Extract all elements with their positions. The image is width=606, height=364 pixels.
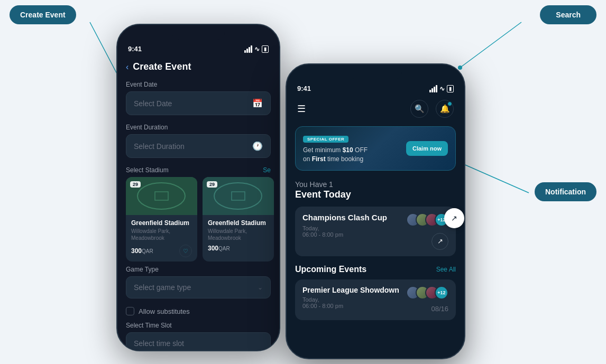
time-slot-label: Select Time Slot [126, 322, 271, 329]
signal-icon [244, 45, 252, 53]
event-time-range: 06:00 - 8:00 pm [302, 231, 343, 238]
upcoming-time-label: Today, [302, 296, 319, 303]
upcoming-title: Upcoming Events [295, 265, 366, 274]
avatar-stack [406, 213, 439, 227]
event-card-champions[interactable]: Champions Clash Cup Today, 06:00 - 8:00 … [295, 207, 456, 256]
avatars-group: +12 [406, 213, 448, 227]
events-header: You Have 1 Event Today [287, 174, 464, 203]
phone-create-event: 9:41 ∿ ▮ ‹ Create Event Event Date Selec… [116, 24, 280, 351]
allow-substitutes-row: Allow substitutes [117, 303, 279, 320]
upcoming-right: +12 08/16 [406, 286, 448, 314]
status-bar-back: 9:41 ∿ ▮ [117, 40, 279, 55]
status-icons-front: ∿ ▮ [429, 85, 454, 92]
event-date-label: Event Date [126, 81, 271, 88]
phone-notch-front [349, 68, 402, 79]
event-duration-placeholder: Select Duration [134, 142, 185, 151]
wifi-icon: ∿ [254, 45, 260, 53]
event-date-section: Event Date Select Date 📅 [117, 77, 279, 119]
offer-text: Get minimum $10 OFF on First time bookin… [303, 146, 368, 164]
stadium-name-2: Greenfield Stadium [208, 219, 269, 227]
see-all-link-back[interactable]: Se [263, 166, 271, 174]
see-all-button[interactable]: See All [436, 266, 456, 273]
time-slot-section: Select Time Slot Select time slot [117, 320, 279, 351]
create-event-title: Create Event [133, 61, 191, 72]
game-type-select[interactable]: Select game type ⌄ [126, 276, 271, 298]
stadiums-row: 29 Greenfield Stadium Willowdale Park,Me… [117, 177, 279, 262]
allow-substitutes-label: Allow substitutes [139, 307, 190, 315]
stadium-name-1: Greenfield Stadium [131, 219, 192, 227]
upcoming-count-number: 08 [431, 305, 438, 313]
events-title: Event Today [295, 189, 456, 200]
phone-notch [172, 28, 225, 40]
clock-icon: 🕐 [252, 141, 263, 151]
notification-label: Notification [535, 182, 596, 201]
header-icons: 🔍 🔔 [410, 100, 454, 118]
upcoming-count-total: /16 [439, 305, 448, 313]
event-name: Champions Clash Cup [302, 213, 387, 222]
stadium-info-2: Greenfield Stadium Willowdale Park,Meado… [203, 215, 274, 256]
create-event-header: ‹ Create Event [117, 55, 279, 77]
svg-line-2 [460, 22, 521, 68]
event-arrow-button[interactable]: ↗ [431, 233, 448, 250]
upcoming-count: 08/16 [431, 303, 448, 314]
stadium-image-2: 29 [203, 177, 274, 215]
stadium-info-1: Greenfield Stadium Willowdale Park,Meado… [126, 215, 197, 262]
events-count-text: You Have 1 [295, 180, 456, 189]
event-duration-section: Event Duration Select Duration 🕐 [117, 119, 279, 162]
back-chevron-icon[interactable]: ‹ [126, 62, 128, 72]
select-stadium-header: Select Stadium Se [117, 162, 279, 177]
special-offer-banner: SPECIAL OFFER Get minimum $10 OFF on Fir… [295, 126, 456, 171]
search-label[interactable]: Search [540, 5, 596, 24]
chevron-down-icon: ⌄ [258, 284, 263, 291]
upcoming-info: Premier League Showdown Today, 06:00 - 8… [302, 286, 399, 309]
svg-point-3 [458, 66, 462, 70]
stadium-image-1: 29 [126, 177, 197, 215]
status-bar-front: 9:41 ∿ ▮ [287, 79, 464, 95]
game-type-label: Game Type [126, 266, 271, 273]
event-right: +12 ↗ [406, 213, 448, 250]
upcoming-card-premier[interactable]: Premier League Showdown Today, 06:00 - 8… [295, 279, 456, 320]
wifi-icon-front: ∿ [439, 85, 445, 92]
hamburger-icon[interactable]: ☰ [297, 103, 306, 115]
time-slot-input[interactable]: Select time slot [126, 332, 271, 351]
battery-icon-front: ▮ [447, 85, 454, 92]
event-duration-input[interactable]: Select Duration 🕐 [126, 134, 271, 158]
upcoming-time: Today, 06:00 - 8:00 pm [302, 296, 399, 309]
stadium-location-2: Willowdale Park,Meadowbrook [208, 228, 269, 241]
event-time-label: Today, [302, 225, 319, 231]
upcoming-name: Premier League Showdown [302, 286, 399, 294]
event-date-input[interactable]: Select Date 📅 [126, 91, 271, 115]
event-duration-label: Event Duration [126, 124, 271, 131]
game-type-placeholder: Select game type [134, 283, 191, 292]
signal-icon-front [429, 85, 437, 92]
claim-now-button[interactable]: Claim now [406, 141, 448, 156]
favorite-button-1[interactable]: ♡ [179, 245, 192, 257]
notification-button[interactable]: 🔔 [436, 100, 454, 118]
stadium-card-1[interactable]: 29 Greenfield Stadium Willowdale Park,Me… [126, 177, 197, 262]
status-time-front: 9:41 [297, 85, 311, 92]
player-number-1: 29 [130, 181, 141, 188]
stadium-price-1: 300QAR [131, 247, 153, 255]
search-icon-front: 🔍 [415, 104, 425, 114]
stadium-footer-1: 300QAR ♡ [131, 245, 192, 257]
upcoming-avatar-count: +12 [435, 286, 448, 300]
stadium-card-2[interactable]: 29 Greenfield Stadium Willowdale Park,Me… [203, 177, 274, 262]
stadium-currency-2: QAR [218, 246, 230, 251]
upcoming-time-range: 06:00 - 8:00 pm [302, 303, 343, 309]
calendar-icon: 📅 [252, 98, 263, 108]
time-slot-placeholder: Select time slot [134, 339, 184, 348]
battery-icon: ▮ [262, 45, 269, 53]
allow-substitutes-checkbox[interactable] [126, 307, 134, 315]
event-date-placeholder: Select Date [134, 99, 172, 108]
svg-line-4 [463, 164, 529, 193]
offer-amount: $10 [343, 146, 353, 154]
select-stadium-label: Select Stadium [126, 166, 169, 174]
home-header: ☰ 🔍 🔔 [287, 95, 464, 123]
upcoming-header: Upcoming Events See All [287, 259, 464, 277]
stadium-price-2: 300QAR [208, 245, 230, 252]
float-arrow-button[interactable]: ↗ [444, 208, 464, 228]
event-info: Champions Clash Cup Today, 06:00 - 8:00 … [302, 213, 387, 238]
event-time: Today, 06:00 - 8:00 pm [302, 225, 387, 238]
stadium-currency-1: QAR [142, 248, 153, 254]
search-button-front[interactable]: 🔍 [410, 100, 428, 118]
